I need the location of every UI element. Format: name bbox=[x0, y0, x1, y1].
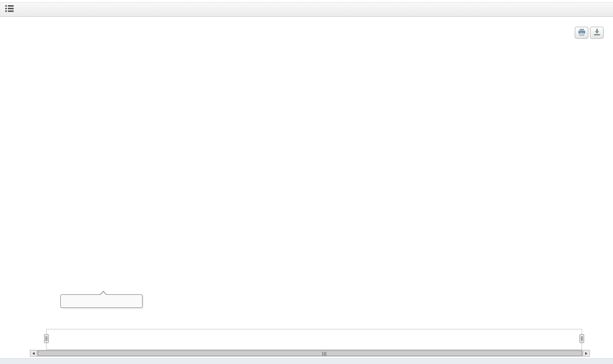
tooltip-date-header bbox=[60, 294, 143, 308]
download-icon bbox=[594, 28, 600, 38]
scrollbar-right-button[interactable] bbox=[583, 350, 590, 357]
print-button[interactable] bbox=[575, 27, 588, 39]
scrollbar-left-button[interactable] bbox=[30, 350, 37, 357]
navigator[interactable] bbox=[46, 329, 582, 350]
navigator-handle-left[interactable] bbox=[44, 334, 49, 343]
scrollbar[interactable] bbox=[30, 350, 590, 357]
scrollbar-grip-icon bbox=[322, 352, 326, 356]
scrollbar-thumb[interactable] bbox=[38, 350, 582, 356]
plot-area[interactable] bbox=[33, 101, 608, 299]
navigator-series[interactable] bbox=[47, 329, 582, 349]
app-window bbox=[0, 0, 613, 364]
navigator-handle-right[interactable] bbox=[579, 334, 584, 343]
header-bar bbox=[0, 2, 613, 17]
list-icon[interactable] bbox=[5, 5, 14, 14]
arrow-right-icon bbox=[585, 352, 587, 355]
printer-icon bbox=[578, 28, 586, 38]
arrow-left-icon bbox=[33, 352, 35, 355]
scrollbar-track[interactable] bbox=[37, 350, 583, 357]
download-button[interactable] bbox=[590, 27, 604, 39]
bottom-strip bbox=[0, 358, 613, 364]
